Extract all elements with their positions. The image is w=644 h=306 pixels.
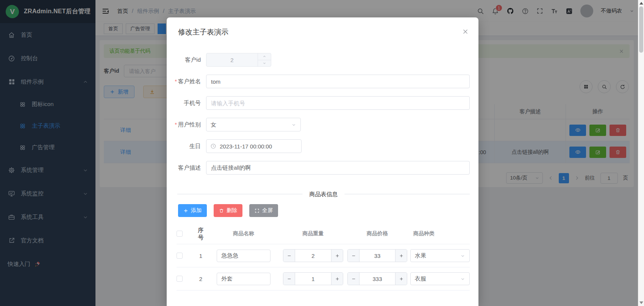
expand-icon: [255, 208, 259, 213]
trash-icon: [219, 208, 224, 213]
scroll-down-icon[interactable]: [639, 301, 643, 304]
customer-name-input[interactable]: [206, 75, 470, 88]
plus-icon: [183, 208, 188, 213]
form-row-phone: 手机号: [167, 96, 478, 110]
scrollbar-thumb[interactable]: [639, 6, 643, 53]
minus-icon[interactable]: [348, 250, 360, 262]
field-label: 生日: [167, 143, 206, 150]
field-label: 用户性别: [178, 121, 201, 128]
edit-dialog: 修改主子表演示 客户id 2 *客户姓名 手机号: [167, 17, 478, 306]
number-spinner: [258, 53, 271, 66]
form-row-desc: 客户描述: [167, 161, 478, 175]
close-icon[interactable]: [462, 28, 469, 35]
row-index: 1: [193, 253, 209, 259]
minus-icon[interactable]: [283, 273, 295, 285]
weight-value[interactable]: 2: [295, 250, 331, 262]
field-label: 手机号: [167, 100, 206, 107]
form-row-gender: *用户性别 女: [167, 118, 478, 131]
product-row: 1 2 33 水果: [177, 244, 470, 267]
delete-rows-label: 删除: [227, 207, 237, 214]
dialog-title: 修改主子表演示: [178, 27, 228, 37]
price-value[interactable]: 333: [360, 273, 395, 285]
section-divider: 商品表信息: [177, 194, 470, 194]
kind-select[interactable]: 衣服: [410, 272, 470, 285]
gender-select[interactable]: 女: [206, 118, 301, 131]
delete-rows-button[interactable]: 删除: [214, 204, 242, 217]
required-mark: *: [175, 121, 177, 128]
product-row: 2 1 333 衣服: [177, 267, 470, 290]
chevron-down-icon: [460, 253, 465, 258]
customer-id-number-input: 2: [206, 53, 271, 67]
birthday-date-picker[interactable]: 2023-11-17 00:00:00: [206, 139, 302, 153]
customer-id-value: 2: [206, 53, 258, 66]
gender-value: 女: [211, 121, 216, 128]
plus-icon[interactable]: [395, 273, 407, 285]
divider-title: 商品表信息: [303, 190, 345, 198]
form-row-birthday: 生日 2023-11-17 00:00:00: [167, 139, 478, 153]
price-value[interactable]: 33: [360, 250, 395, 262]
name-column-header: 商品名称: [217, 230, 270, 237]
spinner-up-icon[interactable]: [258, 53, 271, 60]
spinner-down-icon[interactable]: [258, 60, 271, 67]
chevron-down-icon: [460, 276, 465, 281]
phone-input[interactable]: [206, 96, 470, 110]
dialog-form: 客户id 2 *客户姓名 手机号 *用户性别: [167, 53, 478, 175]
fullscreen-button[interactable]: 全屏: [249, 204, 278, 217]
price-stepper: 333: [347, 272, 407, 285]
field-label: 客户姓名: [178, 78, 201, 84]
weight-stepper: 1: [283, 272, 343, 285]
product-name-input[interactable]: [217, 273, 270, 285]
plus-icon[interactable]: [395, 250, 407, 262]
price-stepper: 33: [347, 249, 407, 262]
product-table-header: 序号 商品名称 商品重量 商品价格 商品种类: [177, 223, 470, 244]
scroll-up-icon[interactable]: [639, 2, 643, 5]
row-checkbox[interactable]: [177, 253, 183, 259]
select-all-checkbox[interactable]: [177, 231, 183, 237]
field-label: 客户id: [167, 56, 206, 64]
kind-select[interactable]: 水果: [410, 249, 470, 262]
browser-scrollbar[interactable]: [638, 0, 644, 306]
customer-desc-input[interactable]: [206, 161, 470, 175]
add-row-button[interactable]: 添加: [178, 204, 207, 217]
minus-icon[interactable]: [283, 250, 295, 262]
kind-value: 水果: [415, 252, 426, 259]
fullscreen-label: 全屏: [262, 207, 273, 214]
weight-column-header: 商品重量: [283, 230, 343, 237]
birthday-value: 2023-11-17 00:00:00: [220, 143, 272, 150]
minus-icon[interactable]: [348, 273, 360, 285]
price-column-header: 商品价格: [347, 230, 407, 237]
row-index: 2: [193, 276, 209, 282]
weight-stepper: 2: [283, 249, 343, 262]
form-row-customer-name: *客户姓名: [167, 75, 478, 88]
chevron-down-icon: [291, 122, 296, 127]
kind-column-header: 商品种类: [410, 230, 470, 237]
plus-icon[interactable]: [331, 250, 343, 262]
dialog-header: 修改主子表演示: [167, 17, 478, 37]
field-label: 客户描述: [167, 164, 206, 172]
row-checkbox[interactable]: [177, 276, 183, 282]
clock-icon: [210, 143, 216, 149]
weight-value[interactable]: 1: [295, 273, 331, 285]
product-name-input[interactable]: [217, 250, 270, 262]
product-table: 序号 商品名称 商品重量 商品价格 商品种类 1 2 33: [177, 223, 470, 290]
sub-table-toolbar: 添加 删除 全屏: [178, 204, 470, 217]
form-row-customer-id: 客户id 2: [167, 53, 478, 67]
add-row-label: 添加: [191, 207, 202, 214]
required-mark: *: [175, 78, 177, 84]
plus-icon[interactable]: [331, 273, 343, 285]
index-column-header: 序号: [198, 226, 204, 241]
kind-value: 衣服: [415, 275, 426, 283]
